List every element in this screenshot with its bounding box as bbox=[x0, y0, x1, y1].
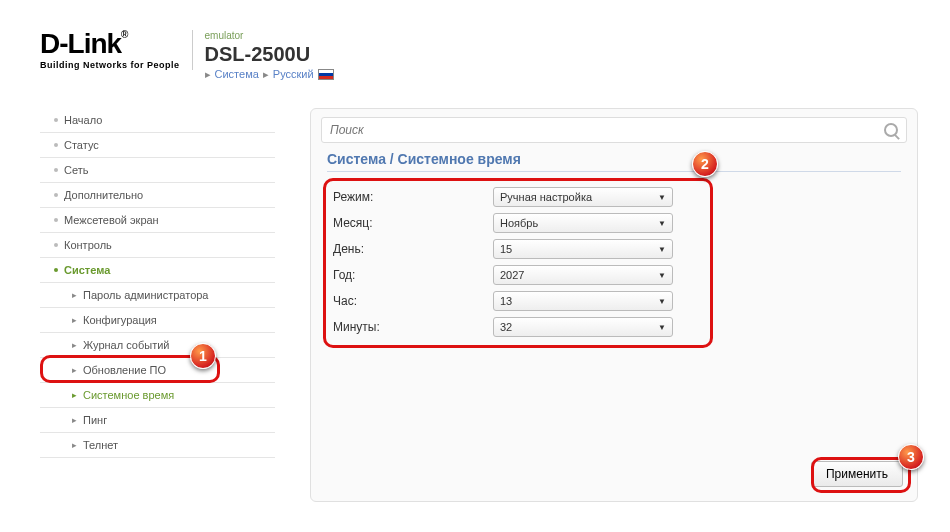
flag-ru-icon[interactable] bbox=[318, 69, 334, 80]
annotation-badge-2: 2 bbox=[692, 151, 718, 177]
apply-button[interactable]: Применить bbox=[811, 461, 903, 487]
sidebar-sub-config[interactable]: ▸Конфигурация bbox=[40, 308, 275, 333]
search-input[interactable] bbox=[330, 123, 884, 137]
month-label: Месяц: bbox=[333, 216, 493, 230]
crumb-system[interactable]: Система bbox=[215, 68, 259, 81]
year-label: Год: bbox=[333, 268, 493, 282]
model-block: emulator DSL-2500U ▸ Система ▸ Русский bbox=[205, 30, 334, 81]
chevron-down-icon: ▼ bbox=[658, 297, 666, 306]
logo-block: D-Link® Building Networks for People bbox=[40, 30, 180, 70]
sidebar-sub-admin-password[interactable]: ▸Пароль администратора bbox=[40, 283, 275, 308]
header: D-Link® Building Networks for People emu… bbox=[40, 30, 334, 90]
min-label: Минуты: bbox=[333, 320, 493, 334]
month-select[interactable]: Ноябрь▼ bbox=[493, 213, 673, 233]
sidebar-item-home[interactable]: Начало bbox=[40, 108, 275, 133]
hour-label: Час: bbox=[333, 294, 493, 308]
search-box[interactable] bbox=[321, 117, 907, 143]
hour-select[interactable]: 13▼ bbox=[493, 291, 673, 311]
main-panel: Система / Системное время Режим: Ручная … bbox=[310, 108, 918, 502]
sidebar-item-status[interactable]: Статус bbox=[40, 133, 275, 158]
crumb-lang[interactable]: Русский bbox=[273, 68, 314, 81]
annotation-badge-1: 1 bbox=[190, 343, 216, 369]
chevron-down-icon: ▼ bbox=[658, 193, 666, 202]
header-breadcrumb: ▸ Система ▸ Русский bbox=[205, 68, 334, 81]
sidebar: Начало Статус Сеть Дополнительно Межсете… bbox=[40, 108, 275, 458]
sidebar-sub-system-time[interactable]: ▸Системное время bbox=[40, 383, 275, 408]
sidebar-item-system[interactable]: Система bbox=[40, 258, 275, 283]
min-select[interactable]: 32▼ bbox=[493, 317, 673, 337]
search-icon[interactable] bbox=[884, 123, 898, 137]
day-select[interactable]: 15▼ bbox=[493, 239, 673, 259]
chevron-down-icon: ▼ bbox=[658, 271, 666, 280]
time-form: Режим: Ручная настройка▼ Месяц: Ноябрь▼ … bbox=[333, 184, 895, 340]
chevron-icon: ▸ bbox=[205, 68, 211, 81]
year-select[interactable]: 2027▼ bbox=[493, 265, 673, 285]
sidebar-item-advanced[interactable]: Дополнительно bbox=[40, 183, 275, 208]
sidebar-sub-ping[interactable]: ▸Пинг bbox=[40, 408, 275, 433]
chevron-down-icon: ▼ bbox=[658, 219, 666, 228]
day-label: День: bbox=[333, 242, 493, 256]
mode-select[interactable]: Ручная настройка▼ bbox=[493, 187, 673, 207]
model-name: DSL-2500U bbox=[205, 42, 334, 66]
header-divider bbox=[192, 30, 193, 70]
brand-tagline: Building Networks for People bbox=[40, 60, 180, 70]
page-title: Система / Системное время bbox=[327, 151, 901, 172]
sidebar-item-control[interactable]: Контроль bbox=[40, 233, 275, 258]
sidebar-sub-update[interactable]: ▸Обновление ПО bbox=[40, 358, 275, 383]
mode-label: Режим: bbox=[333, 190, 493, 204]
sidebar-item-firewall[interactable]: Межсетевой экран bbox=[40, 208, 275, 233]
emulator-label: emulator bbox=[205, 30, 334, 42]
sidebar-item-network[interactable]: Сеть bbox=[40, 158, 275, 183]
chevron-down-icon: ▼ bbox=[658, 245, 666, 254]
annotation-badge-3: 3 bbox=[898, 444, 924, 470]
sidebar-sub-log[interactable]: ▸Журнал событий bbox=[40, 333, 275, 358]
chevron-icon: ▸ bbox=[263, 68, 269, 81]
brand-logo: D-Link® bbox=[40, 30, 180, 58]
chevron-down-icon: ▼ bbox=[658, 323, 666, 332]
sidebar-sub-telnet[interactable]: ▸Телнет bbox=[40, 433, 275, 458]
